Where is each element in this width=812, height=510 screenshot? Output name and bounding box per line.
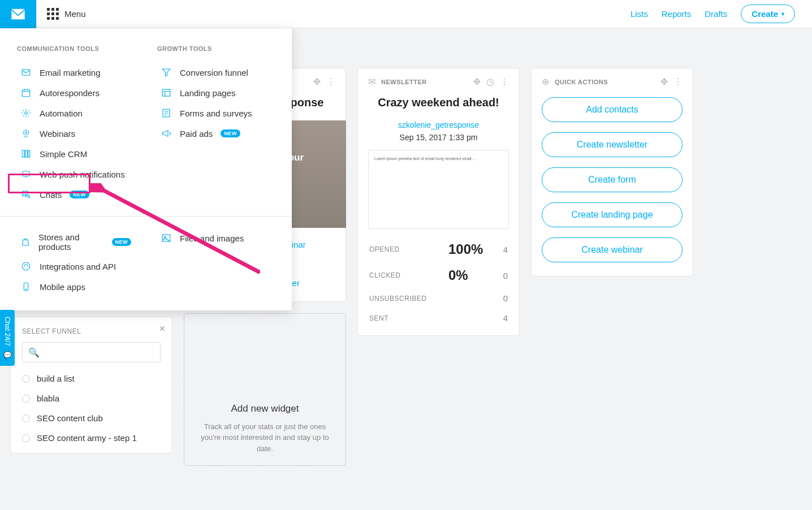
layout-icon [161,87,172,98]
mega-menu-dropdown: COMMUNICATION TOOLS Email marketing Auto… [0,28,292,310]
svg-point-11 [22,262,30,270]
stat-unsubscribed: UNSUBSCRIBED0 [369,293,508,303]
quick-actions-card: ⊕ QUICK ACTIONS ✥⋮ Add contacts Create n… [531,68,693,276]
svg-rect-1 [22,90,30,97]
menu-item-email-marketing[interactable]: Email marketing [17,62,135,83]
funnel-option[interactable]: build a list [22,374,161,383]
refresh-icon[interactable]: ◷ [486,76,494,87]
card-section-label: NEWSLETTER [381,79,427,85]
envelope-icon [10,8,26,20]
funnel-heading: SELECT FUNNEL [22,327,161,335]
drag-handle-icon[interactable]: ✥ [473,76,481,87]
qa-create-webinar[interactable]: Create webinar [542,237,683,262]
add-widget-desc: Track all of your stats or just the ones… [200,421,330,455]
menu-item-automation[interactable]: Automation [17,103,135,123]
funnel-icon [161,67,172,78]
qa-create-landing-page[interactable]: Create landing page [542,202,683,227]
new-badge: NEW [112,238,132,246]
menu-item-web-push[interactable]: Web push notifications [17,164,135,184]
menu-label: Menu [64,9,86,19]
menu-item-files-images[interactable]: Files and images [157,228,275,248]
link-icon [20,261,32,272]
mail-icon: ✉ [368,76,375,87]
svg-point-2 [25,112,28,115]
form-icon [161,107,172,119]
svg-point-4 [25,132,27,133]
menu-item-integrations-api[interactable]: Integrations and API [17,256,135,276]
plus-circle-icon: ⊕ [542,76,549,87]
nav-drafts[interactable]: Drafts [705,9,727,19]
drag-handle-icon[interactable]: ✥ [660,76,668,87]
funnel-option[interactable]: SEO content club [22,413,161,423]
image-icon [161,232,172,244]
megaphone-icon [161,128,172,139]
svg-rect-7 [28,150,30,157]
qa-add-contacts[interactable]: Add contacts [542,97,683,122]
qa-create-form[interactable]: Create form [542,167,683,192]
newsletter-preview: Lorem ipsum preview text of email body r… [368,150,509,229]
funnel-search-input[interactable]: 🔍 [22,342,161,362]
newsletter-card: ✉ NEWSLETTER ✥◷⋮ Crazy weekend ahead! sz… [357,68,520,336]
menu-col-bottom-right: Files and images [157,228,275,297]
qa-create-newsletter[interactable]: Create newsletter [542,132,683,157]
new-badge: NEW [221,129,240,137]
menu-item-forms-surveys[interactable]: Forms and surveys [157,103,275,123]
top-header: Menu Lists Reports Drafts Create▾ [0,0,812,28]
menu-col-bottom-left: Stores and productsNEW Integrations and … [17,228,135,297]
webcam-icon [20,128,32,139]
menu-heading-growth: GROWTH TOOLS [157,45,275,52]
more-icon[interactable]: ⋮ [326,76,335,87]
bell-icon [20,168,32,180]
menu-item-webinars[interactable]: Webinars [17,123,135,144]
radio-icon [22,414,30,422]
radio-icon [22,434,30,442]
stat-sent: SENT4 [369,313,508,323]
columns-icon [20,148,32,159]
nav-reports[interactable]: Reports [662,9,692,19]
funnel-selector-card: × SELECT FUNNEL 🔍 build a list blabla SE… [10,317,172,453]
chat-icon [20,189,32,200]
bag-icon [20,236,31,248]
radio-icon [22,395,30,403]
menu-item-simple-crm[interactable]: Simple CRM [17,144,135,164]
svg-rect-9 [162,89,170,96]
calendar-icon [20,87,32,98]
menu-item-landing-pages[interactable]: Landing pages [157,83,275,103]
header-right: Lists Reports Drafts Create▾ [630,5,812,23]
newsletter-title: Crazy weekend ahead! [358,92,519,109]
add-widget-title: Add new widget [231,347,299,414]
funnel-option[interactable]: blabla [22,394,161,403]
card-section-label: QUICK ACTIONS [555,79,608,85]
menu-trigger[interactable]: Menu [36,0,96,28]
menu-item-stores-products[interactable]: Stores and productsNEW [17,228,135,256]
logo[interactable] [0,0,36,28]
more-icon[interactable]: ⋮ [500,76,509,87]
menu-item-chats[interactable]: ChatsNEW [17,184,135,205]
menu-heading-communication: COMMUNICATION TOOLS [17,45,135,52]
gear-icon [20,107,32,119]
drag-handle-icon[interactable]: ✥ [313,76,321,87]
add-widget-placeholder[interactable]: Add new widget Track all of your stats o… [184,313,346,466]
close-icon[interactable]: × [159,323,165,335]
apps-grid-icon [47,8,59,20]
menu-item-paid-ads[interactable]: Paid adsNEW [157,123,275,144]
newsletter-campaign-link[interactable]: szkolenie_getresponse [358,120,519,129]
create-button[interactable]: Create▾ [741,5,795,23]
nav-lists[interactable]: Lists [630,9,648,19]
chat-tab[interactable]: Chat 24/7 💬 [0,310,15,366]
newsletter-date: Sep 15, 2017 1:33 pm [358,133,519,142]
chat-icon: 💬 [3,351,11,359]
svg-point-3 [24,130,29,135]
new-badge: NEW [70,191,89,198]
stat-opened: OPENED100%4 [369,241,508,257]
svg-rect-0 [22,70,30,76]
menu-item-autoresponders[interactable]: Autoresponders [17,83,135,103]
funnel-option[interactable]: SEO content army - step 1 [22,433,161,443]
chevron-down-icon: ▾ [781,11,784,17]
menu-item-conversion-funnel[interactable]: Conversion funnel [157,62,275,83]
menu-item-mobile-apps[interactable]: Mobile apps [17,276,135,297]
svg-point-13 [25,289,27,290]
more-icon[interactable]: ⋮ [673,76,683,87]
stat-clicked: CLICKED0%0 [369,267,508,283]
menu-col-communication: COMMUNICATION TOOLS Email marketing Auto… [17,45,135,205]
